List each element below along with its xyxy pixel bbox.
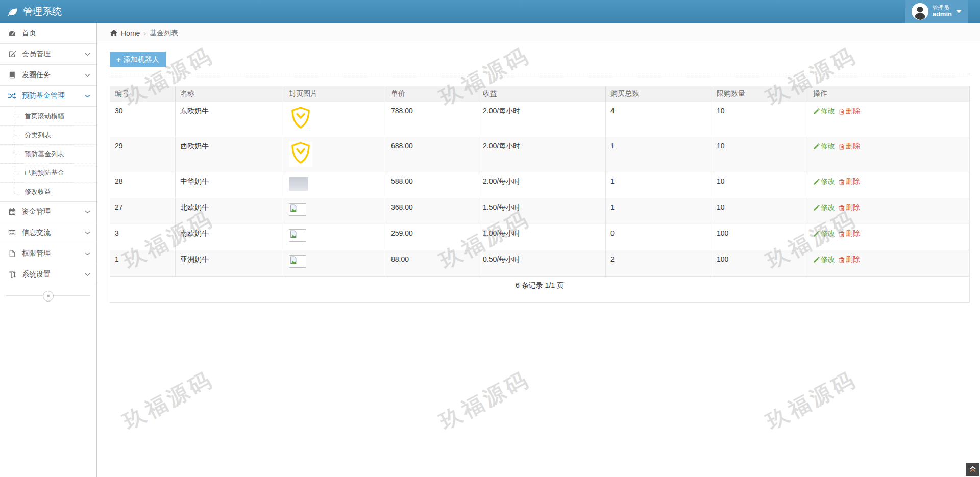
cell-name: 亚洲奶牛	[176, 250, 284, 277]
broken-image-icon	[289, 203, 306, 216]
record-count: 6 条记录 1/1 页	[110, 277, 970, 303]
home-icon	[110, 29, 118, 37]
delete-link[interactable]: 删除	[839, 107, 860, 116]
double-chevron-up-icon	[969, 466, 976, 473]
sidebar-item-label: 会员管理	[22, 49, 79, 59]
delete-link[interactable]: 删除	[839, 203, 860, 212]
calendar-icon	[8, 208, 16, 216]
delete-link[interactable]: 删除	[839, 142, 860, 151]
content: + 添加机器人 编号名称封页图片单价收益购买总数限购数量操作 30东欧奶牛788…	[97, 43, 980, 303]
collapse-sidebar-button[interactable]: «	[43, 291, 54, 302]
cell-name: 中华奶牛	[176, 172, 284, 198]
cell-profit: 1.00/每小时	[478, 224, 606, 250]
cell-purchased: 1	[606, 137, 712, 172]
newspaper-icon	[8, 229, 16, 237]
shuffle-icon	[8, 92, 16, 100]
cell-actions: 修改删除	[808, 224, 970, 250]
sidebar-menu: 首页会员管理发圈任务预防基金管理首页滚动横幅分类列表预防基金列表已购预防基金修改…	[0, 23, 96, 285]
cell-cover-image	[284, 198, 386, 224]
cell-profit: 2.00/每小时	[478, 102, 606, 137]
cell-price: 88.00	[386, 250, 478, 277]
column-header: 收益	[478, 86, 606, 102]
edit-link[interactable]: 修改	[813, 107, 835, 116]
user-menu[interactable]: 管理员 admin	[905, 0, 968, 23]
cell-profit: 1.50/每小时	[478, 198, 606, 224]
dotted-divider	[110, 74, 970, 74]
sidebar-subitem[interactable]: 首页滚动横幅	[0, 107, 96, 125]
plus-icon: +	[116, 55, 121, 64]
edit-link[interactable]: 修改	[813, 255, 835, 264]
delete-link[interactable]: 删除	[839, 255, 860, 264]
edit-link[interactable]: 修改	[813, 142, 835, 151]
column-header: 名称	[176, 86, 284, 102]
cell-name: 东欧奶牛	[176, 102, 284, 137]
cell-actions: 修改删除	[808, 198, 970, 224]
table-row: 27北欧奶牛368.001.50/每小时110修改删除	[110, 198, 970, 224]
table-row: 29西欧奶牛688.002.00/每小时110修改删除	[110, 137, 970, 172]
sidebar-item-label: 预防基金管理	[22, 91, 79, 101]
breadcrumb-separator-icon: ›	[143, 29, 146, 37]
sidebar-subitem[interactable]: 预防基金列表	[0, 144, 96, 163]
fund-cover-shield-image	[289, 107, 312, 132]
edit-link[interactable]: 修改	[813, 177, 835, 186]
fund-table: 编号名称封页图片单价收益购买总数限购数量操作 30东欧奶牛788.002.00/…	[110, 86, 970, 303]
breadcrumb-home-link[interactable]: Home	[110, 29, 140, 37]
sidebar-item-1[interactable]: 会员管理	[0, 44, 96, 65]
sidebar-item-4[interactable]: 资金管理	[0, 202, 96, 222]
sidebar-subitem[interactable]: 已购预防基金	[0, 163, 96, 182]
cell-price: 368.00	[386, 198, 478, 224]
cell-profit: 2.00/每小时	[478, 137, 606, 172]
sidebar-submenu: 首页滚动横幅分类列表预防基金列表已购预防基金修改收益	[0, 107, 96, 202]
sidebar-item-6[interactable]: 权限管理	[0, 243, 96, 264]
delete-link[interactable]: 删除	[839, 229, 860, 238]
sidebar-item-label: 首页	[22, 29, 90, 38]
dashboard-icon	[8, 29, 16, 37]
column-header: 购买总数	[606, 86, 712, 102]
chevron-down-icon	[85, 231, 90, 235]
app-brand[interactable]: 管理系统	[0, 5, 62, 18]
cell-price: 259.00	[386, 224, 478, 250]
cell-limit: 10	[712, 172, 808, 198]
sidebar-collapse: «	[0, 288, 96, 304]
cell-purchased: 0	[606, 224, 712, 250]
cell-actions: 修改删除	[808, 250, 970, 277]
sidebar-item-0[interactable]: 首页	[0, 23, 96, 44]
cell-name: 北欧奶牛	[176, 198, 284, 224]
sidebar-item-7[interactable]: 系统设置	[0, 264, 96, 285]
sidebar-item-3[interactable]: 预防基金管理	[0, 86, 96, 107]
sidebar-subitem[interactable]: 修改收益	[0, 182, 96, 201]
cell-id: 29	[110, 137, 176, 172]
table-row: 3南欧奶牛259.001.00/每小时0100修改删除	[110, 224, 970, 250]
fund-cover-gray-image	[289, 177, 308, 191]
app-title: 管理系统	[23, 5, 62, 18]
avatar	[912, 3, 928, 20]
sidebar: 首页会员管理发圈任务预防基金管理首页滚动横幅分类列表预防基金列表已购预防基金修改…	[0, 23, 97, 477]
sidebar-item-label: 系统设置	[22, 270, 79, 279]
cell-limit: 100	[712, 250, 808, 277]
cell-profit: 2.00/每小时	[478, 172, 606, 198]
edit-icon	[8, 50, 16, 58]
text-height-icon	[8, 270, 16, 279]
table-header-row: 编号名称封页图片单价收益购买总数限购数量操作	[110, 86, 970, 102]
edit-link[interactable]: 修改	[813, 229, 835, 238]
cell-price: 688.00	[386, 137, 478, 172]
cell-limit: 10	[712, 198, 808, 224]
sidebar-item-5[interactable]: 信息交流	[0, 222, 96, 243]
chevron-down-icon	[956, 10, 962, 13]
edit-link[interactable]: 修改	[813, 203, 835, 212]
book-icon	[8, 71, 16, 79]
cell-purchased: 2	[606, 250, 712, 277]
add-robot-button[interactable]: + 添加机器人	[110, 52, 166, 67]
sidebar-subitem[interactable]: 分类列表	[0, 125, 96, 144]
cell-actions: 修改删除	[808, 102, 970, 137]
cell-cover-image	[284, 250, 386, 277]
cell-profit: 0.50/每小时	[478, 250, 606, 277]
table-row: 1亚洲奶牛88.000.50/每小时2100修改删除	[110, 250, 970, 277]
scroll-to-top-button[interactable]	[966, 463, 979, 476]
sidebar-item-label: 权限管理	[22, 249, 79, 258]
cell-actions: 修改删除	[808, 137, 970, 172]
cell-id: 30	[110, 102, 176, 137]
delete-link[interactable]: 删除	[839, 177, 860, 186]
cell-purchased: 4	[606, 102, 712, 137]
sidebar-item-2[interactable]: 发圈任务	[0, 65, 96, 86]
